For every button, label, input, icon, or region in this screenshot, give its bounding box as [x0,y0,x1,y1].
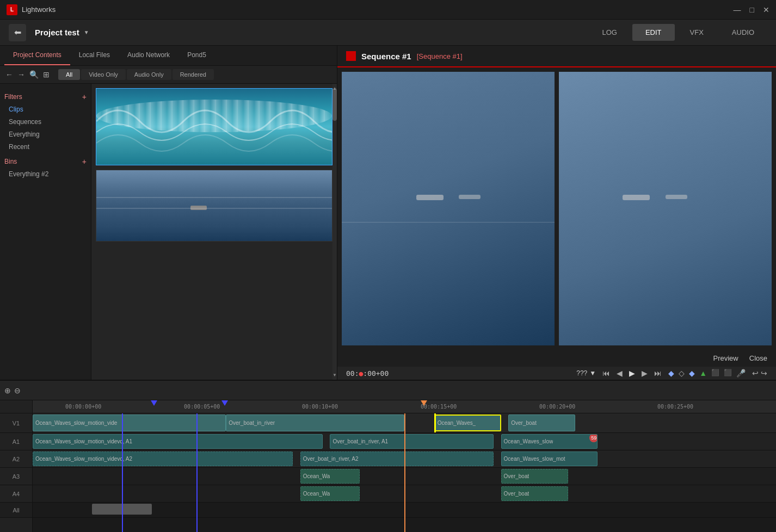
v1-clip-boat[interactable]: Over_boat_in_river [226,415,404,431]
clips-scrollbar[interactable]: ▲ ▼ [332,84,337,380]
clips-grid: Ocean_Waves_slow_motion_videvo Over_boat… [91,84,337,380]
tab-project-contents[interactable]: Project Contents [4,46,70,65]
app-icon: L [7,4,17,15]
track-label-a1: A1 [0,433,32,450]
mark-green-icon[interactable]: ▲ [699,369,707,378]
v1-clip-ocean2[interactable]: Ocean_Waves_ [434,415,501,431]
tab-pond5[interactable]: Pond5 [178,46,215,65]
menubar: ⬅ Project test ▼ LOG EDIT VFX AUDIO [0,20,776,46]
timecode-bar: 00:●:00+00 ??? ▼ ⏮ ◀ ▶ ▶ ⏭ ◆ ◇ ◆ ▲ ⬛ ⬛ [337,367,776,380]
mic-icon[interactable]: 🎤 [736,369,746,378]
back-nav-button[interactable]: ← [5,70,13,79]
preview-controls: Preview Close [337,350,776,367]
sidebar-item-sequences[interactable]: Sequences [4,116,87,128]
ruler-tick-10: 00:00:10+00 [302,404,338,410]
sequence-bracket: [Sequence #1] [417,52,463,60]
a1-clip-ocean[interactable]: Ocean_Waves_slow_motion_videvo, A1 [33,434,323,449]
a1-clip-ocean2[interactable]: Ocean_Waves_slow 59 [501,434,598,449]
search-button[interactable]: 🔍 [29,70,39,79]
zoom-in-button[interactable]: ⊕ [4,386,11,395]
transport-controls: ??? ▼ ⏮ ◀ ▶ ▶ ⏭ ◆ ◇ ◆ ▲ ⬛ ⬛ 🎤 ↩ [576,369,767,378]
forward-nav-button[interactable]: → [17,70,25,79]
go-start-button[interactable]: ⏮ [602,369,610,378]
tab-vfx[interactable]: VFX [677,24,717,41]
track-label-v1: V1 [0,413,32,433]
tab-local-files[interactable]: Local Files [70,46,119,65]
a4-clip-boat[interactable]: Over_boat [501,486,568,501]
tc-label: ??? [576,369,587,377]
sidebar: Filters + Clips Sequences Everything Rec… [0,84,91,380]
close-button[interactable]: ✕ [763,5,769,14]
track-labels: V1 A1 A2 A3 A4 All [0,413,33,532]
play-button[interactable]: ▶ [629,369,635,378]
project-name: Project test [35,28,79,37]
mark-in-icon[interactable]: ◆ [668,369,674,378]
project-dropdown-arrow[interactable]: ▼ [84,29,89,35]
playhead-blue-1 [122,413,123,532]
left-tab-bar: Project Contents Local Files Audio Netwo… [0,46,337,66]
a3-clip-boat[interactable]: Over_boat [501,469,568,484]
sidebar-item-recent[interactable]: Recent [4,141,87,153]
filter-tabs: All Video Only Audio Only Rendered [58,69,214,80]
back-button[interactable]: ⬅ [9,24,26,41]
ruler-tick-25: 00:00:25+00 [657,404,693,410]
a1-clip-boat[interactable]: Over_boat_in_river, A1 [330,434,494,449]
sequence-title: Sequence #1 [361,52,411,61]
a2-clip-boat[interactable]: Over_boat_in_river, A2 [300,451,494,466]
add-filter-button[interactable]: + [82,92,87,101]
playhead-blue-2 [196,413,198,532]
sidebar-item-everything[interactable]: Everything [4,128,87,140]
app-title: Lightworks [22,5,56,14]
sequence-icon [346,51,356,61]
clip-item-over-boat[interactable]: Over_boat_in_river [96,170,332,242]
tab-audio-network[interactable]: Audio Network [119,46,178,65]
sequence-header: Sequence #1 [Sequence #1] [337,46,776,67]
timecode-display: 00:●:00+00 [346,369,389,378]
split-icon[interactable]: ⬛ [724,369,732,378]
clip-thumb-boat [96,170,332,241]
minimize-button[interactable]: — [734,5,741,14]
a2-clip-ocean2[interactable]: Ocean_Waves_slow_mot [501,451,598,466]
tc-dropdown[interactable]: ??? ▼ [576,369,596,377]
close-button[interactable]: Close [749,354,767,362]
tab-log[interactable]: LOG [589,24,630,41]
right-panel: Sequence #1 [Sequence #1] [337,46,776,380]
filter-tab-all[interactable]: All [58,69,80,80]
special-icons: ◆ ◇ ◆ ▲ ⬛ ⬛ 🎤 [668,369,746,378]
playhead-orange-arrow [421,400,427,406]
sidebar-item-clips[interactable]: Clips [4,103,87,115]
tab-audio[interactable]: AUDIO [719,24,767,41]
timeline-tracks: V1 A1 A2 A3 A4 All Ocean_Waves_slow_moti… [0,413,776,532]
undo-button[interactable]: ↩ [752,369,759,378]
filter-tab-rendered[interactable]: Rendered [173,69,214,80]
timeline-ruler: 00:00:00+00 00:00:05+00 00:00:10+00 00:0… [65,400,776,413]
bins-label: Bins [4,158,17,165]
playhead-blue-1-arrow [151,400,157,406]
zoom-out-button[interactable]: ⊖ [14,386,21,395]
tab-edit[interactable]: EDIT [632,24,675,41]
go-end-button[interactable]: ⏭ [654,369,662,378]
add-edit-icon[interactable]: ⬛ [711,369,719,378]
sidebar-item-everything2[interactable]: Everything #2 [4,168,87,180]
filter-tab-video-only[interactable]: Video Only [81,69,126,80]
a4-clip-ocean[interactable]: Ocean_Wa [300,486,360,501]
a2-clip-ocean[interactable]: Ocean_Waves_slow_motion_videvo, A2 [33,451,293,466]
playhead-orange [404,413,405,532]
maximize-button[interactable]: □ [750,5,754,14]
v1-clip-boat2[interactable]: Over_boat [508,415,575,431]
mark-clip-icon[interactable]: ◆ [689,369,695,378]
redo-button[interactable]: ↪ [761,369,767,378]
preview-area [337,67,776,350]
filter-tab-audio-only[interactable]: Audio Only [127,69,171,80]
grid-view-button[interactable]: ⊞ [43,70,50,79]
next-frame-button[interactable]: ▶ [642,369,648,378]
window-controls: — □ ✕ [734,5,769,14]
add-bin-button[interactable]: + [82,157,87,166]
prev-frame-button[interactable]: ◀ [617,369,623,378]
playhead-blue-2-arrow [221,400,228,406]
mark-out-icon[interactable]: ◇ [679,369,685,378]
a3-clip-ocean[interactable]: Ocean_Wa [300,469,360,484]
ruler-tick-0: 00:00:00+00 [65,404,101,410]
preview-button[interactable]: Preview [713,354,738,362]
clip-item-ocean-waves[interactable]: Ocean_Waves_slow_motion_videvo [96,88,332,165]
